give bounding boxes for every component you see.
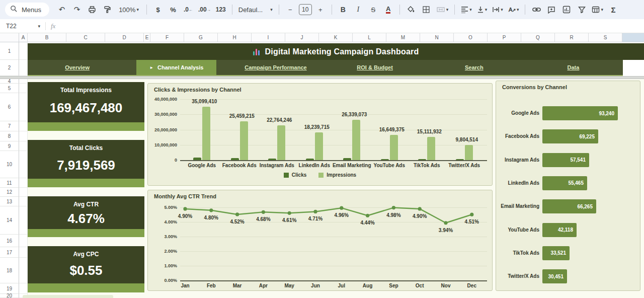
row-header-1[interactable]: 1 <box>0 42 19 60</box>
column-header-I[interactable]: I <box>252 33 285 42</box>
column-header-selected-highlight[interactable] <box>622 33 644 42</box>
column-header-G[interactable]: G <box>184 33 218 42</box>
column-header-J[interactable]: J <box>285 33 319 42</box>
column-header-S[interactable]: S <box>589 33 622 42</box>
zoom-select[interactable]: 100%▾ <box>116 3 142 16</box>
table-tools-button[interactable]: ▾ <box>590 3 605 16</box>
row-header-18[interactable]: 18 <box>0 258 19 283</box>
column-a-cell[interactable] <box>19 258 28 283</box>
create-filter-button[interactable] <box>575 3 588 16</box>
insert-chart-button[interactable] <box>560 3 573 16</box>
decrease-font-size-button[interactable]: − <box>284 3 297 16</box>
menus-search-pill[interactable]: Menus <box>5 3 49 17</box>
column-a-cell[interactable] <box>19 206 28 235</box>
insert-link-button[interactable] <box>530 3 543 16</box>
horizontal-align-button[interactable]: ▾ <box>459 3 473 16</box>
print-button[interactable] <box>86 3 99 16</box>
undo-button[interactable]: ↶ <box>55 3 68 16</box>
redo-button[interactable]: ↷ <box>70 3 84 16</box>
row-header-8[interactable]: 8 <box>0 131 19 141</box>
vertical-align-button[interactable]: ▾ <box>475 3 489 16</box>
column-a-cell[interactable] <box>19 42 28 60</box>
row-header-12[interactable]: 12 <box>0 188 19 197</box>
column-a-cell[interactable] <box>19 188 28 197</box>
format-currency-button[interactable]: $ <box>151 3 165 16</box>
column-header-A[interactable]: A <box>19 33 28 42</box>
column-header-F[interactable]: F <box>150 33 184 42</box>
conversions-chart-panel[interactable]: Conversions by Channel Google Ads93,240F… <box>496 81 640 291</box>
tab-search[interactable]: Search <box>425 60 524 75</box>
bold-button[interactable]: B <box>337 3 350 16</box>
row-header-20[interactable]: 20 <box>0 294 19 298</box>
tab-overview[interactable]: Overview <box>28 60 127 75</box>
column-a-cell[interactable] <box>19 121 28 131</box>
ctr-trend-chart-panel[interactable]: Monthly Avg CTR Trend 5.00%4.00%3.00%2.0… <box>147 190 493 291</box>
borders-button[interactable] <box>420 3 433 16</box>
column-a-cell[interactable] <box>19 178 28 188</box>
italic-button[interactable]: I <box>352 3 365 16</box>
column-a-cell[interactable] <box>19 247 28 258</box>
column-header-E[interactable]: E <box>144 33 150 42</box>
increase-decimal-button[interactable]: .00→ <box>197 3 212 16</box>
row-header-4[interactable]: 4 <box>0 79 19 84</box>
column-a-cell[interactable] <box>19 151 28 178</box>
format-percent-button[interactable]: % <box>167 3 180 16</box>
row-header-11[interactable]: 11 <box>0 178 19 188</box>
row-header-14[interactable]: 14 <box>0 206 19 235</box>
row-header-6[interactable]: 6 <box>0 93 19 121</box>
column-header-R[interactable]: R <box>555 33 589 42</box>
name-box[interactable]: T22 ▾ <box>0 23 40 30</box>
column-header-Q[interactable]: Q <box>521 33 555 42</box>
row-header-7[interactable]: 7 <box>0 121 19 131</box>
row-header-9[interactable]: 9 <box>0 141 19 151</box>
row-header-19[interactable]: 19 <box>0 283 19 294</box>
paint-format-button[interactable] <box>101 3 114 16</box>
text-wrapping-button[interactable]: ▾ <box>491 3 505 16</box>
column-a-cell[interactable] <box>19 141 28 151</box>
column-a-cell[interactable] <box>19 79 28 84</box>
insert-comment-button[interactable] <box>545 3 558 16</box>
column-header-M[interactable]: M <box>386 33 420 42</box>
tab-roi-budget[interactable]: ROI & Budget <box>326 60 425 75</box>
column-header-B[interactable]: B <box>28 33 66 42</box>
column-a-cell[interactable] <box>19 197 28 206</box>
text-rotation-button[interactable]: A ▾ <box>507 3 521 16</box>
font-size-input[interactable]: 10 <box>299 4 312 15</box>
kpi-card-total-impressions[interactable]: Total Impressions169,467,480 <box>28 82 144 131</box>
column-header-D[interactable]: D <box>105 33 144 42</box>
column-header-C[interactable]: C <box>66 33 105 42</box>
column-a-cell[interactable] <box>19 60 28 76</box>
decrease-decimal-button[interactable]: .0← <box>182 3 195 16</box>
row-header-13[interactable]: 13 <box>0 197 19 206</box>
increase-font-size-button[interactable]: + <box>314 3 327 16</box>
functions-button[interactable]: Σ <box>607 3 620 16</box>
text-color-button[interactable]: A <box>382 3 395 16</box>
column-a-cell[interactable] <box>19 283 28 294</box>
row-header-16[interactable]: 16 <box>0 235 19 247</box>
column-header-N[interactable]: N <box>420 33 454 42</box>
font-select[interactable]: Defaul...▾ <box>237 3 274 16</box>
tab-channel-analysis[interactable]: ►Channel Analysis <box>127 60 226 75</box>
clicks-impressions-chart-panel[interactable]: Clicks & Impressions by Channel 40,000,0… <box>147 83 493 186</box>
merge-cells-button[interactable]: ▾ <box>435 3 450 16</box>
column-header-P[interactable]: P <box>488 33 521 42</box>
kpi-card-avg-ctr[interactable]: Avg CTR4.67% <box>28 196 144 237</box>
row-header-17[interactable]: 17 <box>0 247 19 258</box>
tab-data[interactable]: Data <box>524 60 623 75</box>
column-header-L[interactable]: L <box>353 33 386 42</box>
column-header-O[interactable]: O <box>454 33 488 42</box>
select-all-corner[interactable] <box>0 33 19 42</box>
fill-color-button[interactable] <box>405 3 418 16</box>
column-a-cell[interactable] <box>19 235 28 247</box>
column-header-K[interactable]: K <box>319 33 353 42</box>
column-a-cell[interactable] <box>19 93 28 121</box>
strikethrough-button[interactable]: S <box>367 3 380 16</box>
column-a-cell[interactable] <box>19 84 28 93</box>
tab-campaign-performance[interactable]: Campaign Performance <box>226 60 325 75</box>
column-header-H[interactable]: H <box>218 33 252 42</box>
column-a-cell[interactable] <box>19 131 28 141</box>
kpi-card-total-clicks[interactable]: Total Clicks7,919,569 <box>28 140 144 187</box>
more-formats-button[interactable]: 123 <box>214 3 227 16</box>
row-header-2[interactable]: 2 <box>0 60 19 76</box>
kpi-card-avg-cpc[interactable]: Avg CPC$0.55 <box>28 246 144 292</box>
